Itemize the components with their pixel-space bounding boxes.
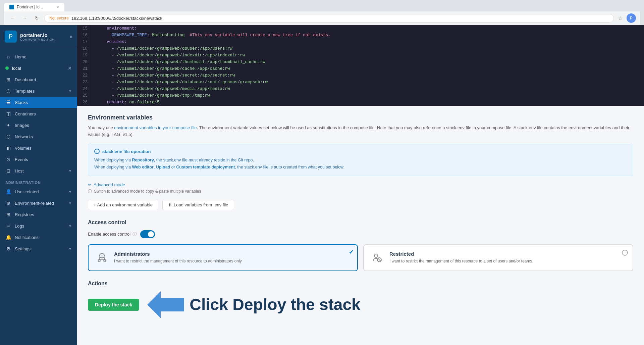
ac-card-restricted-content: Restricted I want to restrict the manage… [389, 251, 532, 264]
line-num-17: 17 [77, 39, 91, 45]
sidebar-item-notifications[interactable]: 🔔 Notifications [0, 232, 77, 243]
sidebar-item-containers[interactable]: ◫ Containers [0, 108, 77, 119]
sidebar-collapse-button[interactable]: « [70, 34, 72, 39]
sidebar-events-label: Events [15, 157, 72, 162]
edition-name: Community Edition [20, 38, 55, 41]
line-num-16: 16 [77, 32, 91, 39]
sidebar-item-registries[interactable]: ⊞ Registries [0, 209, 77, 220]
advanced-mode-link[interactable]: ✏ Advanced mode [88, 182, 633, 187]
line-content-19: - /volume1/docker/grampsweb/indexdir:/ap… [91, 52, 251, 59]
code-line-15: 15 environment: [77, 25, 644, 32]
code-editor-wrap: 15 environment: 16 GRAMPSWEB_TREE: Mariu… [77, 25, 644, 106]
templates-icon: ⬡ [5, 88, 11, 94]
info-line-2: When deploying via Web editor, Upload or… [94, 164, 627, 171]
info-line1-link[interactable]: Repository [132, 158, 154, 162]
ac-card-restricted[interactable]: Restricted I want to restrict the manage… [363, 244, 633, 271]
forward-button[interactable]: → [20, 13, 30, 23]
networks-icon: ⬡ [5, 134, 11, 139]
reload-button[interactable]: ↻ [32, 13, 42, 23]
access-control-toggle[interactable] [140, 230, 155, 238]
line-content-20: - /volume1/docker/grampsweb/thumbnail:/a… [91, 59, 271, 65]
volumes-icon: ◧ [5, 145, 11, 151]
line-content-15: environment: [91, 25, 142, 32]
advanced-mode-label: Advanced mode [94, 182, 125, 187]
arrow-annotation: Click Deploy the stack [147, 291, 361, 318]
line-content-25: - /volume1/docker/grampsweb/tmp:/tmp:rw [91, 92, 215, 99]
advanced-mode-hint: ⓘ Switch to advanced mode to copy & past… [88, 189, 633, 194]
actions-section: Actions Deploy the stack Click Deploy th… [88, 281, 633, 318]
code-line-22: 22 - /volume1/docker/grampsweb/secret:/a… [77, 72, 644, 79]
env-close-icon[interactable]: ✕ [68, 65, 72, 71]
actions-title: Actions [88, 281, 633, 287]
info-line2-sep1: , [154, 165, 156, 169]
info-line1-post: , the stack.env file must already reside… [154, 158, 254, 162]
profile-button[interactable]: P [627, 13, 636, 23]
info-line2-pre: When deploying via [94, 165, 132, 169]
line-num-20: 20 [77, 59, 91, 65]
tab-favicon [9, 5, 14, 9]
sidebar-containers-label: Containers [15, 111, 72, 116]
line-num-19: 19 [77, 52, 91, 59]
back-button[interactable]: ← [8, 13, 17, 23]
sidebar-item-settings[interactable]: ⚙ Settings ▼ [0, 243, 77, 254]
info-box-title: i stack.env file operation [94, 149, 627, 154]
info-line2-link1[interactable]: Web editor [132, 165, 154, 169]
sidebar-dashboard-label: Dashboard [15, 77, 72, 82]
info-line1-pre: When deploying via [94, 158, 132, 162]
main-content: 15 environment: 16 GRAMPSWEB_TREE: Mariu… [77, 25, 644, 345]
line-num-15: 15 [77, 25, 91, 32]
arrow-left-icon [147, 291, 184, 318]
restricted-icon [371, 251, 384, 264]
home-icon: ⌂ [5, 54, 11, 59]
code-line-19: 19 - /volume1/docker/grampsweb/indexdir:… [77, 52, 644, 59]
sidebar-item-stacks[interactable]: ☰ Stacks [0, 97, 77, 108]
info-box-title-text: stack.env file operation [102, 149, 151, 154]
templates-arrow-icon: ▼ [68, 89, 72, 93]
sidebar-item-images[interactable]: ✦ Images [0, 119, 77, 131]
info-line2-link3[interactable]: Custom template deployment [176, 165, 235, 169]
code-line-25: 25 - /volume1/docker/grampsweb/tmp:/tmp:… [77, 92, 644, 99]
sidebar-item-host[interactable]: ⊟ Host ▼ [0, 165, 77, 177]
sidebar-item-templates[interactable]: ⬡ Templates ▼ [0, 85, 77, 97]
info-line2-link2[interactable]: Upload [156, 165, 170, 169]
tab-close-icon[interactable]: ✕ [56, 5, 59, 9]
line-num-26: 26 [77, 99, 91, 106]
line-num-18: 18 [77, 45, 91, 52]
host-arrow-icon: ▼ [68, 169, 72, 173]
env-variables-desc: You may use environment variables in you… [88, 125, 633, 138]
ac-card-administrators[interactable]: Administrators I want to restrict the ma… [88, 244, 358, 271]
add-env-variable-button[interactable]: + Add an environment variable [88, 200, 158, 210]
sidebar-environment-related-label: Environment-related [15, 201, 65, 206]
sidebar-item-logs[interactable]: ≡ Logs ▼ [0, 220, 77, 232]
sidebar-item-dashboard[interactable]: ⊞ Dashboard [0, 74, 77, 85]
deploy-stack-button[interactable]: Deploy the stack [88, 299, 139, 311]
settings-icon: ⚙ [5, 246, 11, 251]
sidebar-item-environment-related[interactable]: ⊕ Environment-related ▼ [0, 197, 77, 209]
sidebar-host-label: Host [15, 168, 65, 174]
address-bar[interactable]: Not secure 192.168.1.18:9000/#/2/docker/… [44, 14, 614, 22]
sidebar-item-networks[interactable]: ⬡ Networks [0, 131, 77, 142]
sidebar: P portainer.io Community Edition « ⌂ Hom… [0, 25, 77, 345]
sidebar-item-volumes[interactable]: ◧ Volumes [0, 142, 77, 154]
info-box-body: When deploying via Repository, the stack… [94, 157, 627, 171]
code-line-17: 17 volumes: [77, 39, 644, 45]
load-variables-button[interactable]: ⬆ Load variables from .env file [162, 200, 234, 210]
code-editor[interactable]: 15 environment: 16 GRAMPSWEB_TREE: Mariu… [77, 25, 644, 106]
ac-cards: Administrators I want to restrict the ma… [88, 244, 633, 271]
restricted-radio-icon [622, 250, 628, 256]
bookmark-icon[interactable]: ☆ [616, 14, 624, 23]
browser-tab[interactable]: Portainer | lo... ✕ [4, 3, 64, 11]
sidebar-env-header[interactable]: local ✕ [0, 62, 77, 74]
sidebar-item-home[interactable]: ⌂ Home [0, 51, 77, 62]
browser-nav: ← → ↻ Not secure 192.168.1.18:9000/#/2/d… [4, 11, 640, 25]
enable-ac-help-icon: ⓘ [132, 231, 137, 237]
sidebar-volumes-label: Volumes [15, 146, 72, 151]
images-icon: ✦ [5, 122, 11, 128]
env-desc-link[interactable]: environment variables in your compose fi… [114, 125, 197, 130]
sidebar-item-events[interactable]: ⊙ Events [0, 154, 77, 165]
env-desc-pre: You may use [88, 125, 114, 130]
sidebar-item-user-related[interactable]: 👤 User-related ▼ [0, 186, 77, 197]
sidebar-user-related-label: User-related [15, 189, 65, 194]
edit-icon: ✏ [88, 182, 92, 187]
notifications-icon: 🔔 [5, 235, 11, 240]
